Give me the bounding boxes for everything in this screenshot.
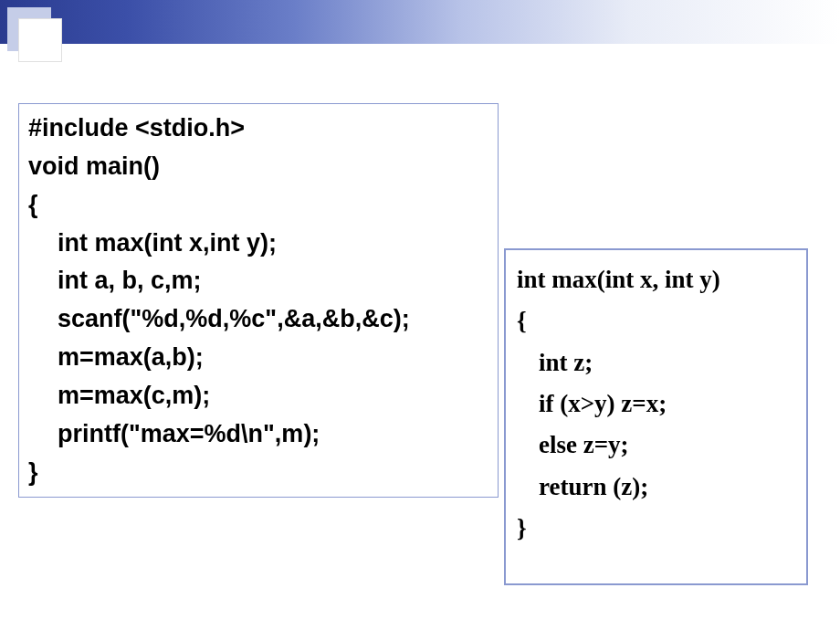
code-line: int max(int x,int y); bbox=[28, 225, 488, 263]
code-line: void main() bbox=[28, 148, 488, 186]
code-line: int a, b, c,m; bbox=[28, 262, 488, 300]
code-line: else z=y; bbox=[517, 425, 795, 466]
code-line: int max(int x, int y) bbox=[517, 259, 795, 300]
code-line: return (z); bbox=[517, 467, 795, 508]
header-decorative-square-front bbox=[18, 18, 62, 62]
code-line: m=max(c,m); bbox=[28, 377, 488, 415]
code-line: } bbox=[517, 508, 795, 549]
header-gradient bbox=[0, 0, 840, 44]
code-line: { bbox=[517, 300, 795, 341]
function-code-box: int max(int x, int y) { int z; if (x>y) … bbox=[504, 248, 808, 585]
main-code-box: #include <stdio.h> void main() { int max… bbox=[18, 103, 499, 498]
code-line: if (x>y) z=x; bbox=[517, 383, 795, 425]
code-line: scanf("%d,%d,%c",&a,&b,&c); bbox=[28, 300, 488, 339]
code-line: m=max(a,b); bbox=[28, 339, 488, 377]
code-line: { bbox=[28, 186, 488, 225]
code-line: } bbox=[28, 454, 488, 492]
code-line: int z; bbox=[517, 342, 795, 383]
code-line: #include <stdio.h> bbox=[28, 110, 488, 148]
code-line: printf("max=%d\n",m); bbox=[28, 415, 488, 454]
